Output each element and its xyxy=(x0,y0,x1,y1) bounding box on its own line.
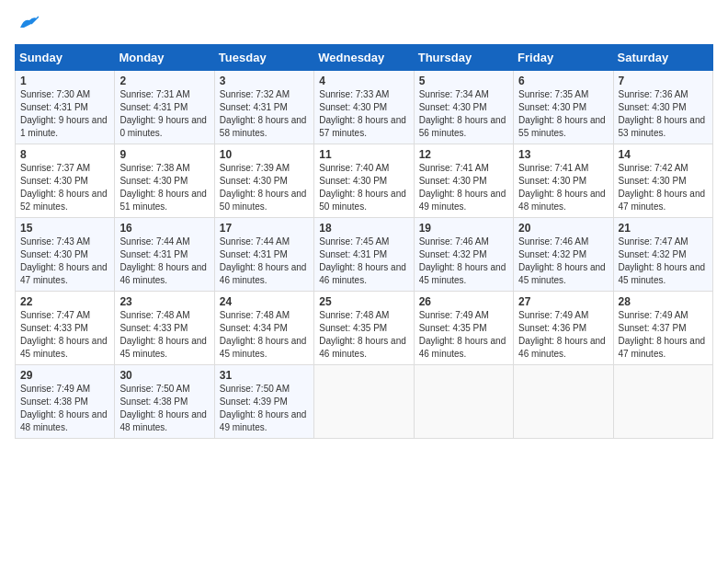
calendar-cell: 5 Sunrise: 7:34 AMSunset: 4:30 PMDayligh… xyxy=(414,71,513,144)
day-number: 28 xyxy=(619,295,708,308)
calendar-cell: 8 Sunrise: 7:37 AMSunset: 4:30 PMDayligh… xyxy=(16,144,115,218)
day-number: 1 xyxy=(20,75,109,87)
calendar-cell: 20 Sunrise: 7:46 AMSunset: 4:32 PMDaylig… xyxy=(514,218,613,292)
week-row-5: 29 Sunrise: 7:49 AMSunset: 4:38 PMDaylig… xyxy=(16,365,713,439)
calendar-cell: 23 Sunrise: 7:48 AMSunset: 4:33 PMDaylig… xyxy=(115,292,214,365)
day-info: Sunrise: 7:47 AMSunset: 4:32 PMDaylight:… xyxy=(619,236,708,287)
day-info: Sunrise: 7:40 AMSunset: 4:30 PMDaylight:… xyxy=(319,162,408,213)
day-number: 25 xyxy=(319,295,408,308)
calendar-cell: 3 Sunrise: 7:32 AMSunset: 4:31 PMDayligh… xyxy=(214,71,313,144)
day-info: Sunrise: 7:48 AMSunset: 4:33 PMDaylight:… xyxy=(119,309,209,361)
calendar-cell: 1 Sunrise: 7:30 AMSunset: 4:31 PMDayligh… xyxy=(16,71,115,144)
day-number: 14 xyxy=(619,148,708,161)
day-number: 29 xyxy=(20,369,109,382)
day-info: Sunrise: 7:34 AMSunset: 4:30 PMDaylight:… xyxy=(419,88,508,140)
day-info: Sunrise: 7:43 AMSunset: 4:30 PMDaylight:… xyxy=(20,236,109,287)
day-info: Sunrise: 7:47 AMSunset: 4:33 PMDaylight:… xyxy=(20,309,109,361)
day-number: 6 xyxy=(518,75,608,87)
day-number: 30 xyxy=(119,369,209,382)
calendar-cell: 31 Sunrise: 7:50 AMSunset: 4:39 PMDaylig… xyxy=(214,365,313,439)
col-header-wednesday: Wednesday xyxy=(314,45,414,71)
day-info: Sunrise: 7:41 AMSunset: 4:30 PMDaylight:… xyxy=(518,162,608,213)
calendar-cell: 15 Sunrise: 7:43 AMSunset: 4:30 PMDaylig… xyxy=(16,218,115,292)
logo-bird-icon xyxy=(18,15,39,31)
calendar-cell xyxy=(613,365,712,439)
day-number: 11 xyxy=(319,148,408,161)
week-row-4: 22 Sunrise: 7:47 AMSunset: 4:33 PMDaylig… xyxy=(16,292,713,365)
calendar-cell: 19 Sunrise: 7:46 AMSunset: 4:32 PMDaylig… xyxy=(414,218,513,292)
logo xyxy=(15,15,39,37)
day-number: 19 xyxy=(419,222,508,235)
calendar-cell: 25 Sunrise: 7:48 AMSunset: 4:35 PMDaylig… xyxy=(314,292,414,365)
calendar-table: SundayMondayTuesdayWednesdayThursdayFrid… xyxy=(15,44,713,439)
day-number: 21 xyxy=(619,222,708,235)
day-number: 24 xyxy=(220,295,309,308)
day-info: Sunrise: 7:32 AMSunset: 4:31 PMDaylight:… xyxy=(220,88,309,140)
calendar-cell: 12 Sunrise: 7:41 AMSunset: 4:30 PMDaylig… xyxy=(414,144,513,218)
calendar-cell: 16 Sunrise: 7:44 AMSunset: 4:31 PMDaylig… xyxy=(115,218,214,292)
day-info: Sunrise: 7:31 AMSunset: 4:31 PMDaylight:… xyxy=(119,88,209,140)
day-number: 8 xyxy=(20,148,109,161)
calendar-cell: 24 Sunrise: 7:48 AMSunset: 4:34 PMDaylig… xyxy=(214,292,313,365)
day-info: Sunrise: 7:37 AMSunset: 4:30 PMDaylight:… xyxy=(20,162,109,213)
calendar-cell: 2 Sunrise: 7:31 AMSunset: 4:31 PMDayligh… xyxy=(115,71,214,144)
calendar-cell: 7 Sunrise: 7:36 AMSunset: 4:30 PMDayligh… xyxy=(613,71,712,144)
day-number: 9 xyxy=(119,148,209,161)
calendar-cell: 30 Sunrise: 7:50 AMSunset: 4:38 PMDaylig… xyxy=(115,365,214,439)
col-header-tuesday: Tuesday xyxy=(214,45,313,71)
calendar-cell: 9 Sunrise: 7:38 AMSunset: 4:30 PMDayligh… xyxy=(115,144,214,218)
day-number: 15 xyxy=(20,222,109,235)
day-number: 12 xyxy=(419,148,508,161)
col-header-friday: Friday xyxy=(514,45,613,71)
calendar-cell: 27 Sunrise: 7:49 AMSunset: 4:36 PMDaylig… xyxy=(514,292,613,365)
day-info: Sunrise: 7:36 AMSunset: 4:30 PMDaylight:… xyxy=(619,88,708,140)
day-info: Sunrise: 7:49 AMSunset: 4:36 PMDaylight:… xyxy=(518,309,608,361)
day-info: Sunrise: 7:44 AMSunset: 4:31 PMDaylight:… xyxy=(119,236,209,287)
calendar-cell: 13 Sunrise: 7:41 AMSunset: 4:30 PMDaylig… xyxy=(514,144,613,218)
day-info: Sunrise: 7:45 AMSunset: 4:31 PMDaylight:… xyxy=(319,236,408,287)
day-number: 3 xyxy=(220,75,309,87)
day-number: 16 xyxy=(119,222,209,235)
calendar-cell: 22 Sunrise: 7:47 AMSunset: 4:33 PMDaylig… xyxy=(16,292,115,365)
day-number: 23 xyxy=(119,295,209,308)
day-info: Sunrise: 7:38 AMSunset: 4:30 PMDaylight:… xyxy=(119,162,209,213)
day-number: 7 xyxy=(619,75,708,87)
calendar-cell: 4 Sunrise: 7:33 AMSunset: 4:30 PMDayligh… xyxy=(314,71,414,144)
week-row-1: 1 Sunrise: 7:30 AMSunset: 4:31 PMDayligh… xyxy=(16,71,713,144)
day-number: 22 xyxy=(20,295,109,308)
calendar-cell: 10 Sunrise: 7:39 AMSunset: 4:30 PMDaylig… xyxy=(214,144,313,218)
week-row-3: 15 Sunrise: 7:43 AMSunset: 4:30 PMDaylig… xyxy=(16,218,713,292)
calendar-cell xyxy=(314,365,414,439)
day-number: 10 xyxy=(220,148,309,161)
calendar-cell: 21 Sunrise: 7:47 AMSunset: 4:32 PMDaylig… xyxy=(613,218,712,292)
calendar-cell: 18 Sunrise: 7:45 AMSunset: 4:31 PMDaylig… xyxy=(314,218,414,292)
day-number: 17 xyxy=(220,222,309,235)
day-info: Sunrise: 7:39 AMSunset: 4:30 PMDaylight:… xyxy=(220,162,309,213)
calendar-header-row: SundayMondayTuesdayWednesdayThursdayFrid… xyxy=(16,45,713,71)
day-info: Sunrise: 7:35 AMSunset: 4:30 PMDaylight:… xyxy=(518,88,608,140)
day-info: Sunrise: 7:30 AMSunset: 4:31 PMDaylight:… xyxy=(20,88,109,140)
day-number: 4 xyxy=(319,75,408,87)
day-info: Sunrise: 7:42 AMSunset: 4:30 PMDaylight:… xyxy=(619,162,708,213)
day-number: 13 xyxy=(518,148,608,161)
calendar-cell: 17 Sunrise: 7:44 AMSunset: 4:31 PMDaylig… xyxy=(214,218,313,292)
day-number: 18 xyxy=(319,222,408,235)
day-info: Sunrise: 7:49 AMSunset: 4:38 PMDaylight:… xyxy=(20,383,109,434)
day-info: Sunrise: 7:49 AMSunset: 4:35 PMDaylight:… xyxy=(419,309,508,361)
day-info: Sunrise: 7:46 AMSunset: 4:32 PMDaylight:… xyxy=(518,236,608,287)
col-header-thursday: Thursday xyxy=(414,45,513,71)
calendar-cell: 26 Sunrise: 7:49 AMSunset: 4:35 PMDaylig… xyxy=(414,292,513,365)
day-info: Sunrise: 7:33 AMSunset: 4:30 PMDaylight:… xyxy=(319,88,408,140)
week-row-2: 8 Sunrise: 7:37 AMSunset: 4:30 PMDayligh… xyxy=(16,144,713,218)
day-number: 20 xyxy=(518,222,608,235)
day-number: 2 xyxy=(119,75,209,87)
day-number: 27 xyxy=(518,295,608,308)
day-info: Sunrise: 7:46 AMSunset: 4:32 PMDaylight:… xyxy=(419,236,508,287)
calendar-cell: 6 Sunrise: 7:35 AMSunset: 4:30 PMDayligh… xyxy=(514,71,613,144)
col-header-monday: Monday xyxy=(115,45,214,71)
calendar-cell xyxy=(414,365,513,439)
day-info: Sunrise: 7:48 AMSunset: 4:35 PMDaylight:… xyxy=(319,309,408,361)
header xyxy=(15,15,713,37)
day-info: Sunrise: 7:50 AMSunset: 4:38 PMDaylight:… xyxy=(119,383,209,434)
day-info: Sunrise: 7:44 AMSunset: 4:31 PMDaylight:… xyxy=(220,236,309,287)
